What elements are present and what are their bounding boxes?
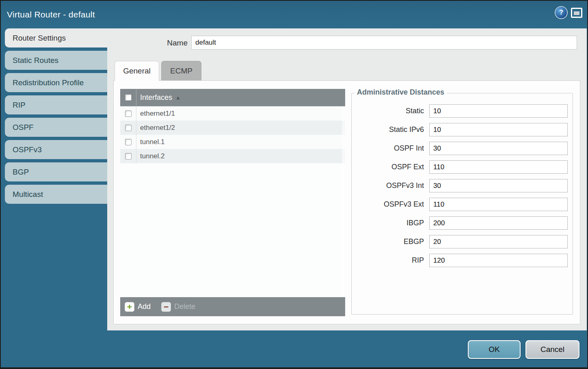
static-input[interactable] <box>429 104 568 118</box>
delete-minus-icon: − <box>161 302 171 312</box>
name-input[interactable] <box>191 36 577 50</box>
table-row[interactable]: ethernet1/1 <box>120 106 345 121</box>
sidebar-item-multicast[interactable]: Multicast <box>5 185 107 204</box>
sidebar-item-static-routes[interactable]: Static Routes <box>5 51 107 70</box>
ospf-int-input[interactable] <box>429 142 568 155</box>
tab-ecmp[interactable]: ECMP <box>161 61 201 80</box>
ospfv3-ext-label: OSPFv3 Ext <box>352 200 424 209</box>
ok-button[interactable]: OK <box>468 340 521 359</box>
row-checkbox[interactable] <box>125 110 132 117</box>
administrative-distances-fieldset: Administrative Distances Static Static I… <box>351 93 573 315</box>
delete-button-label: Delete <box>174 302 195 311</box>
add-button[interactable]: + Add <box>125 302 151 312</box>
table-row[interactable]: tunnel.2 <box>120 149 345 163</box>
general-tab-panel: Interfaces ▲ ethernet1/1 ethernet1/2 tun… <box>113 80 580 324</box>
interfaces-table-body: ethernet1/1 ethernet1/2 tunnel.1 tunnel.… <box>120 106 345 297</box>
virtual-router-dialog: Virtual Router - default ? Router Settin… <box>0 0 588 369</box>
delete-button[interactable]: − Delete <box>161 302 195 312</box>
ebgp-input[interactable] <box>429 235 568 248</box>
help-icon[interactable]: ? <box>556 7 567 18</box>
ospfv3-ext-input[interactable] <box>429 198 568 211</box>
content-area: Name General ECMP Interfaces ▲ ethernet1… <box>107 28 587 330</box>
add-button-label: Add <box>138 302 151 311</box>
ospfv3-int-input[interactable] <box>429 179 568 192</box>
table-row[interactable]: tunnel.1 <box>120 135 345 149</box>
cancel-button[interactable]: Cancel <box>525 340 579 359</box>
static-ipv6-input[interactable] <box>429 123 568 136</box>
ibgp-input[interactable] <box>429 216 568 230</box>
static-ipv6-label: Static IPv6 <box>352 125 424 134</box>
interface-name: ethernet1/1 <box>140 110 175 118</box>
name-label: Name <box>147 39 188 47</box>
window-maximize-icon[interactable] <box>571 8 582 18</box>
ospf-int-label: OSPF Int <box>352 144 424 153</box>
sidebar-item-ospf[interactable]: OSPF <box>5 118 107 137</box>
table-row[interactable]: ethernet1/2 <box>120 121 345 135</box>
tab-general[interactable]: General <box>115 61 159 81</box>
interface-name: tunnel.2 <box>140 152 165 160</box>
sidebar-item-rip[interactable]: RIP <box>5 95 107 114</box>
ospfv3-int-label: OSPFv3 Int <box>352 181 424 190</box>
window-maximize-icon-inner <box>574 11 579 15</box>
rip-label: RIP <box>352 256 424 265</box>
fieldset-legend: Administrative Distances <box>355 88 447 97</box>
interfaces-column-header[interactable]: Interfaces ▲ <box>120 89 345 106</box>
sidebar-item-router-settings[interactable]: Router Settings <box>5 28 107 47</box>
row-checkbox[interactable] <box>125 125 132 131</box>
title-bar: Virtual Router - default ? <box>1 1 587 28</box>
interface-name: tunnel.1 <box>140 138 165 146</box>
ebgp-label: EBGP <box>352 237 424 246</box>
ospf-ext-input[interactable] <box>429 160 568 174</box>
sidebar-item-ospfv3[interactable]: OSPFv3 <box>5 140 107 159</box>
select-all-checkbox[interactable] <box>125 94 132 101</box>
row-checkbox[interactable] <box>125 153 132 160</box>
interfaces-header-label: Interfaces <box>140 93 172 102</box>
table-footer-toolbar: + Add − Delete <box>120 297 345 316</box>
sort-ascending-icon: ▲ <box>175 95 181 101</box>
row-checkbox[interactable] <box>125 139 132 145</box>
rip-input[interactable] <box>429 254 568 267</box>
table-scrollbar[interactable] <box>342 106 345 297</box>
ibgp-label: IBGP <box>352 219 424 227</box>
sidebar-item-bgp[interactable]: BGP <box>5 162 107 181</box>
dialog-title: Virtual Router - default <box>1 10 95 19</box>
sidebar-item-redistribution-profile[interactable]: Redistribution Profile <box>5 73 107 92</box>
interface-name: ethernet1/2 <box>140 124 175 132</box>
ospf-ext-label: OSPF Ext <box>352 163 424 171</box>
static-label: Static <box>352 107 424 115</box>
interfaces-table: Interfaces ▲ ethernet1/1 ethernet1/2 tun… <box>120 89 345 316</box>
add-plus-icon: + <box>125 302 134 312</box>
